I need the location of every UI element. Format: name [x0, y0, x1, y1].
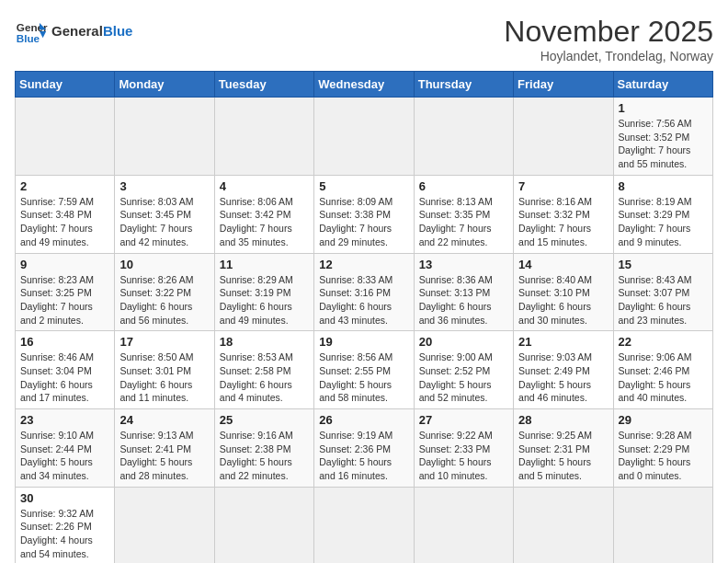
week-row-2: 2Sunrise: 7:59 AMSunset: 3:48 PMDaylight… [16, 175, 713, 253]
day-number: 10 [119, 258, 209, 271]
day-info: Sunrise: 8:29 AMSunset: 3:19 PMDaylight:… [220, 273, 309, 327]
day-info: Sunrise: 8:36 AMSunset: 3:13 PMDaylight:… [419, 273, 508, 327]
day-info: Sunrise: 9:32 AMSunset: 2:26 PMDaylight:… [20, 507, 109, 561]
day-cell: 15Sunrise: 8:43 AMSunset: 3:07 PMDayligh… [613, 253, 712, 331]
day-info: Sunrise: 9:13 AMSunset: 2:41 PMDaylight:… [119, 429, 209, 483]
day-cell: 21Sunrise: 9:03 AMSunset: 2:49 PMDayligh… [514, 331, 613, 409]
day-info: Sunrise: 9:22 AMSunset: 2:33 PMDaylight:… [419, 429, 508, 483]
calendar-table: SundayMondayTuesdayWednesdayThursdayFrid… [15, 71, 713, 563]
day-cell: 23Sunrise: 9:10 AMSunset: 2:44 PMDayligh… [16, 409, 115, 488]
calendar-title: November 2025 [504, 15, 713, 49]
day-info: Sunrise: 8:19 AMSunset: 3:29 PMDaylight:… [619, 195, 708, 249]
day-cell [414, 98, 513, 176]
day-info: Sunrise: 8:33 AMSunset: 3:16 PMDaylight:… [319, 273, 408, 327]
day-info: Sunrise: 8:46 AMSunset: 3:04 PMDaylight:… [20, 350, 109, 405]
day-number: 24 [119, 413, 209, 427]
day-cell: 27Sunrise: 9:22 AMSunset: 2:33 PMDayligh… [414, 409, 513, 488]
title-block: November 2025 Hoylandet, Trondelag, Norw… [504, 15, 713, 63]
day-number: 6 [419, 179, 508, 193]
svg-text:Blue: Blue [17, 32, 40, 44]
day-number: 9 [20, 258, 109, 271]
day-number: 20 [419, 335, 508, 349]
day-cell: 4Sunrise: 8:06 AMSunset: 3:42 PMDaylight… [214, 175, 313, 253]
day-cell: 22Sunrise: 9:06 AMSunset: 2:46 PMDayligh… [613, 331, 712, 409]
day-cell: 29Sunrise: 9:28 AMSunset: 2:29 PMDayligh… [613, 409, 712, 488]
day-cell: 30Sunrise: 9:32 AMSunset: 2:26 PMDayligh… [16, 487, 115, 563]
day-info: Sunrise: 8:26 AMSunset: 3:22 PMDaylight:… [119, 273, 209, 327]
day-number: 30 [20, 491, 109, 505]
weekday-header-friday: Friday [514, 72, 613, 98]
day-cell: 19Sunrise: 8:56 AMSunset: 2:55 PMDayligh… [314, 331, 414, 409]
day-number: 14 [518, 258, 608, 271]
day-info: Sunrise: 7:56 AMSunset: 3:52 PMDaylight:… [619, 117, 708, 171]
weekday-header-row: SundayMondayTuesdayWednesdayThursdayFrid… [16, 72, 713, 98]
day-number: 3 [119, 179, 209, 193]
day-cell: 8Sunrise: 8:19 AMSunset: 3:29 PMDaylight… [613, 175, 712, 253]
logo: General Blue GeneralBlue [15, 15, 132, 48]
day-cell: 20Sunrise: 9:00 AMSunset: 2:52 PMDayligh… [414, 331, 513, 409]
day-cell: 7Sunrise: 8:16 AMSunset: 3:32 PMDaylight… [514, 175, 613, 253]
day-cell [214, 487, 313, 563]
day-number: 28 [518, 413, 608, 427]
day-cell [214, 98, 313, 176]
day-info: Sunrise: 8:09 AMSunset: 3:38 PMDaylight:… [319, 195, 408, 249]
day-cell [314, 98, 414, 176]
day-cell: 12Sunrise: 8:33 AMSunset: 3:16 PMDayligh… [314, 253, 414, 331]
day-cell: 13Sunrise: 8:36 AMSunset: 3:13 PMDayligh… [414, 253, 513, 331]
day-number: 26 [319, 413, 408, 427]
weekday-header-sunday: Sunday [16, 72, 115, 98]
day-cell: 2Sunrise: 7:59 AMSunset: 3:48 PMDaylight… [16, 175, 115, 253]
day-cell [514, 98, 613, 176]
day-info: Sunrise: 8:40 AMSunset: 3:10 PMDaylight:… [518, 273, 608, 327]
day-info: Sunrise: 8:13 AMSunset: 3:35 PMDaylight:… [419, 195, 508, 249]
day-cell: 10Sunrise: 8:26 AMSunset: 3:22 PMDayligh… [115, 253, 214, 331]
day-cell: 11Sunrise: 8:29 AMSunset: 3:19 PMDayligh… [214, 253, 313, 331]
day-cell: 28Sunrise: 9:25 AMSunset: 2:31 PMDayligh… [514, 409, 613, 488]
day-info: Sunrise: 9:03 AMSunset: 2:49 PMDaylight:… [518, 350, 608, 405]
calendar-subtitle: Hoylandet, Trondelag, Norway [504, 49, 713, 63]
day-cell: 25Sunrise: 9:16 AMSunset: 2:38 PMDayligh… [214, 409, 313, 488]
weekday-header-thursday: Thursday [414, 72, 513, 98]
day-cell [115, 98, 214, 176]
header: General Blue GeneralBlue November 2025 H… [15, 15, 713, 63]
day-info: Sunrise: 8:50 AMSunset: 3:01 PMDaylight:… [119, 350, 209, 405]
day-info: Sunrise: 9:25 AMSunset: 2:31 PMDaylight:… [518, 429, 608, 483]
day-info: Sunrise: 9:10 AMSunset: 2:44 PMDaylight:… [20, 429, 109, 483]
day-cell: 26Sunrise: 9:19 AMSunset: 2:36 PMDayligh… [314, 409, 414, 488]
day-cell: 24Sunrise: 9:13 AMSunset: 2:41 PMDayligh… [115, 409, 214, 488]
day-number: 8 [619, 179, 708, 193]
day-info: Sunrise: 8:43 AMSunset: 3:07 PMDaylight:… [619, 273, 708, 327]
day-number: 2 [20, 179, 109, 193]
weekday-header-tuesday: Tuesday [214, 72, 313, 98]
day-cell: 18Sunrise: 8:53 AMSunset: 2:58 PMDayligh… [214, 331, 313, 409]
day-number: 23 [20, 413, 109, 427]
day-number: 1 [619, 101, 708, 115]
week-row-4: 16Sunrise: 8:46 AMSunset: 3:04 PMDayligh… [16, 331, 713, 409]
day-info: Sunrise: 9:28 AMSunset: 2:29 PMDaylight:… [619, 429, 708, 483]
day-number: 29 [619, 413, 708, 427]
day-number: 7 [518, 179, 608, 193]
day-info: Sunrise: 9:00 AMSunset: 2:52 PMDaylight:… [419, 350, 508, 405]
weekday-header-monday: Monday [115, 72, 214, 98]
day-cell: 14Sunrise: 8:40 AMSunset: 3:10 PMDayligh… [514, 253, 613, 331]
day-number: 12 [319, 258, 408, 271]
day-cell [16, 98, 115, 176]
day-info: Sunrise: 9:19 AMSunset: 2:36 PMDaylight:… [319, 429, 408, 483]
calendar-body: 1Sunrise: 7:56 AMSunset: 3:52 PMDaylight… [16, 98, 713, 564]
day-number: 16 [20, 335, 109, 349]
day-cell [613, 487, 712, 563]
day-info: Sunrise: 9:06 AMSunset: 2:46 PMDaylight:… [619, 350, 708, 405]
day-cell: 6Sunrise: 8:13 AMSunset: 3:35 PMDaylight… [414, 175, 513, 253]
calendar-header: SundayMondayTuesdayWednesdayThursdayFrid… [16, 72, 713, 98]
day-info: Sunrise: 8:06 AMSunset: 3:42 PMDaylight:… [220, 195, 309, 249]
day-number: 27 [419, 413, 508, 427]
week-row-5: 23Sunrise: 9:10 AMSunset: 2:44 PMDayligh… [16, 409, 713, 488]
day-cell: 17Sunrise: 8:50 AMSunset: 3:01 PMDayligh… [115, 331, 214, 409]
day-cell [514, 487, 613, 563]
day-cell: 1Sunrise: 7:56 AMSunset: 3:52 PMDaylight… [613, 98, 712, 176]
week-row-6: 30Sunrise: 9:32 AMSunset: 2:26 PMDayligh… [16, 487, 713, 563]
day-number: 25 [220, 413, 309, 427]
day-cell: 16Sunrise: 8:46 AMSunset: 3:04 PMDayligh… [16, 331, 115, 409]
day-info: Sunrise: 9:16 AMSunset: 2:38 PMDaylight:… [220, 429, 309, 483]
day-info: Sunrise: 8:53 AMSunset: 2:58 PMDaylight:… [220, 350, 309, 405]
